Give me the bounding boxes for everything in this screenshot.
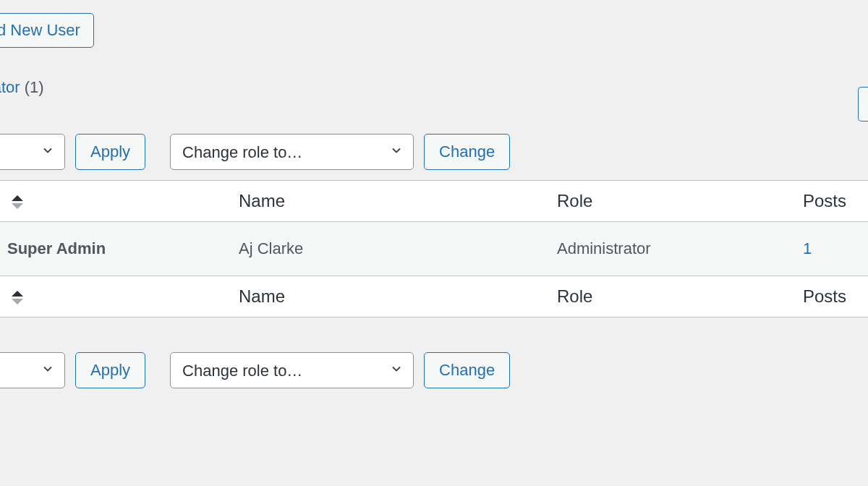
sort-icon — [12, 195, 23, 209]
role-filter-links: Administrator (1) — [0, 78, 44, 97]
bulk-action-select-bottom[interactable] — [0, 352, 65, 388]
change-role-select-top[interactable]: Change role to… — [170, 134, 414, 170]
cell-username-badge: Super Admin — [0, 222, 231, 276]
bulk-apply-button-top[interactable]: Apply — [75, 134, 145, 170]
table-row[interactable]: Super Admin Aj Clarke Administrator 1 — [0, 222, 868, 276]
cell-role: Administrator — [550, 222, 796, 276]
bulk-action-select-top[interactable] — [0, 134, 65, 170]
cell-name: Aj Clarke — [231, 222, 550, 276]
column-footer-role[interactable]: Role — [550, 276, 796, 317]
search-users-button[interactable] — [858, 87, 868, 122]
column-footer-username[interactable] — [0, 276, 231, 317]
change-role-button-top[interactable]: Change — [424, 134, 510, 170]
column-header-posts[interactable]: Posts — [796, 181, 868, 222]
column-footer-name[interactable]: Name — [231, 276, 550, 317]
change-role-select-bottom[interactable]: Change role to… — [170, 352, 414, 388]
cell-posts: 1 — [796, 222, 868, 276]
column-footer-posts[interactable]: Posts — [796, 276, 868, 317]
change-role-button-bottom[interactable]: Change — [424, 352, 510, 388]
tablenav-bottom: Apply Change role to… Change — [0, 352, 868, 388]
sort-icon — [12, 291, 23, 304]
bulk-apply-button-bottom[interactable]: Apply — [75, 352, 145, 388]
filter-administrator-count: (1) — [25, 78, 44, 96]
column-header-username[interactable] — [0, 181, 231, 222]
column-header-role[interactable]: Role — [550, 181, 796, 222]
filter-administrator-link[interactable]: Administrator — [0, 78, 20, 96]
users-table: Name Role Posts Super Admin Aj Clarke Ad… — [0, 180, 868, 317]
posts-count-link[interactable]: 1 — [803, 239, 812, 257]
tablenav-top: Apply Change role to… Change — [0, 134, 868, 170]
column-header-name[interactable]: Name — [231, 181, 550, 222]
add-new-user-button[interactable]: Add New User — [0, 13, 94, 48]
filter-administrator-label: Administrator — [0, 78, 20, 96]
